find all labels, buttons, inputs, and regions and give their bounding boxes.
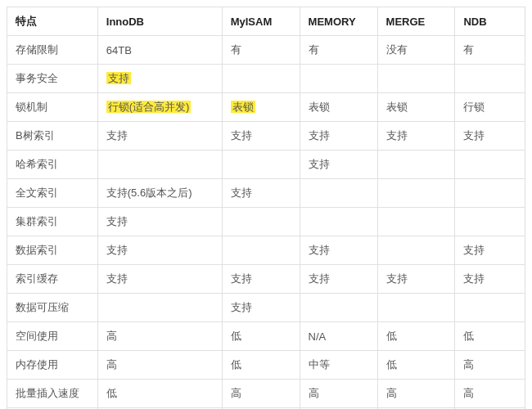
table-cell: 支持: [455, 265, 525, 294]
table-cell: 支持: [377, 265, 455, 294]
table-cell: 支持: [222, 294, 300, 322]
table-row: 集群索引支持: [7, 208, 525, 236]
table-cell: 64TB: [97, 36, 222, 65]
table-cell: 高: [377, 380, 455, 408]
table-cell: [377, 208, 455, 236]
storage-engine-comparison-table: 特点 InnoDB MyISAM MEMORY MERGE NDB 存储限制64…: [7, 7, 525, 409]
table-cell: 支持: [97, 208, 222, 236]
table-cell: 支持: [97, 265, 222, 294]
table-cell: 支持: [97, 236, 222, 265]
table-row: 数据可压缩支持: [7, 294, 525, 322]
table-row: B树索引支持支持支持支持支持: [7, 122, 525, 151]
col-header-memory: MEMORY: [300, 7, 377, 36]
table-cell: [222, 208, 300, 236]
col-header-ndb: NDB: [455, 7, 525, 36]
table-cell: 表锁: [300, 93, 377, 122]
table-cell: [300, 208, 377, 236]
table-cell: [377, 236, 455, 265]
row-feature-label: 事务安全: [7, 65, 98, 93]
table-body: 存储限制64TB有有没有有事务安全支持锁机制行锁(适合高并发)表锁表锁表锁行锁B…: [7, 36, 525, 410]
row-feature-label: 批量插入速度: [7, 380, 98, 408]
table-cell: 有: [455, 36, 525, 65]
table-row: 锁机制行锁(适合高并发)表锁表锁表锁行锁: [7, 93, 525, 122]
col-header-innodb: InnoDB: [97, 7, 222, 36]
highlight: 行锁(适合高并发): [106, 101, 192, 113]
table-cell: 支持: [455, 122, 525, 151]
table-cell: 中等: [300, 351, 377, 380]
table-cell: 有: [222, 36, 300, 65]
table-cell: [300, 294, 377, 322]
table-row: 内存使用高低中等低高: [7, 351, 525, 380]
table-cell: 高: [97, 351, 222, 380]
table-cell: 行锁: [455, 93, 525, 122]
table-cell: 支持: [300, 151, 377, 179]
table-cell: 有: [300, 36, 377, 65]
table-cell: 支持(5.6版本之后): [97, 179, 222, 208]
table-cell: 低: [222, 351, 300, 380]
table-cell: 低: [377, 351, 455, 380]
table-cell: 支持: [455, 236, 525, 265]
table-cell: 支持: [97, 65, 222, 93]
table-header-row: 特点 InnoDB MyISAM MEMORY MERGE NDB: [7, 7, 525, 36]
table-cell: [222, 151, 300, 179]
table-cell: 高: [222, 380, 300, 408]
highlight: 表锁: [231, 101, 255, 113]
table-cell: [455, 179, 525, 208]
table-cell: 低: [455, 322, 525, 351]
table-cell: 支持: [97, 122, 222, 151]
table-cell: 表锁: [377, 93, 455, 122]
table-cell: [300, 179, 377, 208]
table-cell: [377, 151, 455, 179]
table-row: 哈希索引支持: [7, 151, 525, 179]
table-cell: 高: [300, 380, 377, 408]
col-header-myisam: MyISAM: [222, 7, 300, 36]
table-cell: [222, 65, 300, 93]
table-row: 索引缓存支持支持支持支持支持: [7, 265, 525, 294]
table-cell: [377, 65, 455, 93]
table-cell: [300, 65, 377, 93]
row-feature-label: 全文索引: [7, 179, 98, 208]
table-cell: 行锁(适合高并发): [97, 93, 222, 122]
table-cell: [455, 65, 525, 93]
table-cell: [377, 179, 455, 208]
table-cell: [97, 294, 222, 322]
table-cell: 表锁: [222, 93, 300, 122]
table-cell: 支持: [300, 265, 377, 294]
row-feature-label: B树索引: [7, 122, 98, 151]
table-cell: 低: [97, 380, 222, 408]
row-feature-label: 存储限制: [7, 36, 98, 65]
row-feature-label: 数据索引: [7, 236, 98, 265]
row-feature-label: 空间使用: [7, 322, 98, 351]
table-cell: [222, 236, 300, 265]
table-cell: 没有: [377, 36, 455, 65]
table-cell: [455, 151, 525, 179]
table-row: 存储限制64TB有有没有有: [7, 36, 525, 65]
highlight: 支持: [106, 72, 131, 84]
table-cell: 支持: [377, 122, 455, 151]
table-cell: [455, 208, 525, 236]
col-header-merge: MERGE: [377, 7, 455, 36]
row-feature-label: 内存使用: [7, 351, 98, 380]
table-cell: 支持: [222, 122, 300, 151]
table-cell: 支持: [300, 236, 377, 265]
table-row: 事务安全支持: [7, 65, 525, 93]
table-cell: N/A: [300, 322, 377, 351]
table-cell: [455, 294, 525, 322]
col-header-feature: 特点: [7, 7, 98, 36]
table-cell: 支持: [222, 265, 300, 294]
table-row: 全文索引支持(5.6版本之后)支持: [7, 179, 525, 208]
row-feature-label: 数据可压缩: [7, 294, 98, 322]
table-cell: 低: [222, 322, 300, 351]
row-feature-label: 索引缓存: [7, 265, 98, 294]
table-cell: 低: [377, 322, 455, 351]
table-cell: 高: [455, 380, 525, 408]
table-cell: 支持: [300, 122, 377, 151]
table-row: 数据索引支持支持支持: [7, 236, 525, 265]
row-feature-label: 集群索引: [7, 208, 98, 236]
table-row: 批量插入速度低高高高高: [7, 380, 525, 408]
table-cell: [97, 151, 222, 179]
table-cell: 高: [455, 351, 525, 380]
table-cell: 支持: [222, 179, 300, 208]
table-cell: [377, 294, 455, 322]
table-cell: 高: [97, 322, 222, 351]
